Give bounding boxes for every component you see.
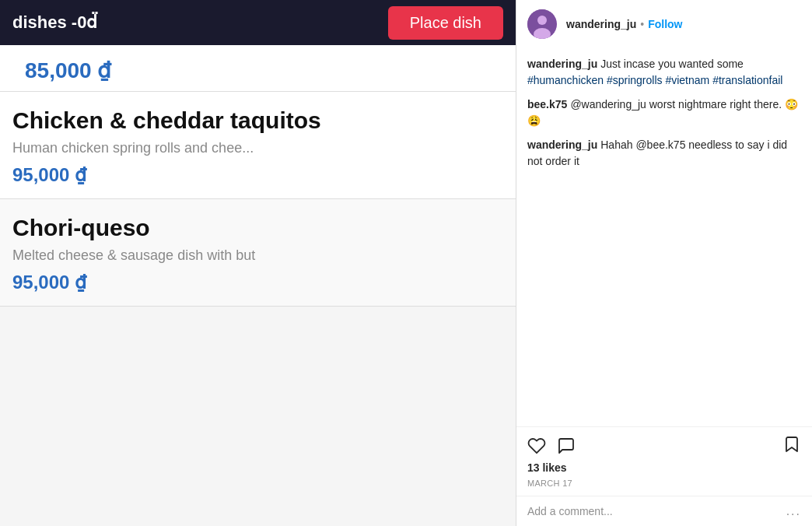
hashtag-humanchicken: #humanchicken	[527, 74, 604, 86]
add-comment-input[interactable]	[527, 505, 786, 517]
more-options-button[interactable]: ...	[786, 504, 801, 518]
ig-likes-count: 13 likes	[516, 461, 812, 474]
app-title: dishes -0d̈	[12, 12, 97, 33]
item-2-price: 95,000 ₫	[12, 272, 503, 293]
comment-2: bee.k75@wandering_ju worst nightmare rig…	[527, 96, 801, 129]
avatar	[527, 9, 557, 39]
ig-separator: •	[640, 18, 644, 30]
like-button[interactable]	[527, 437, 546, 455]
app-header: dishes -0d̈ Place dish	[0, 0, 516, 45]
commenter-1-username[interactable]: wandering_ju	[527, 58, 597, 70]
ig-add-comment-bar: ...	[516, 496, 812, 526]
ig-header: wandering_ju • Follow	[516, 0, 812, 48]
hashtag-springrolls: #springrolls	[607, 74, 663, 86]
commenter-2-username[interactable]: bee.k75	[527, 98, 567, 110]
commenter-3-username[interactable]: wandering_ju	[527, 139, 597, 151]
ig-username: wandering_ju	[566, 18, 636, 30]
item-1-desc: Human chicken spring rolls and chee...	[12, 140, 503, 156]
comment-2-text: @wandering_ju worst nightmare right ther…	[527, 98, 798, 127]
instagram-panel: wandering_ju • Follow wandering_juJust i…	[516, 0, 812, 526]
svg-point-1	[537, 16, 547, 25]
ig-left-actions	[527, 437, 576, 455]
ig-date: MARCH 17	[516, 477, 812, 496]
menu-item-2: Chori-queso Melted cheese & sausage dish…	[0, 199, 516, 306]
bookmark-button[interactable]	[782, 435, 801, 457]
hashtag-vietnam: #vietnam	[665, 74, 709, 86]
menu-item-1: Chicken & cheddar taquitos Human chicken…	[0, 92, 516, 198]
app-panel: dishes -0d̈ Place dish 85,000 ₫ Chicken …	[0, 0, 516, 526]
item-1-name: Chicken & cheddar taquitos	[12, 107, 503, 134]
divider-bottom	[0, 306, 516, 307]
place-dish-button[interactable]: Place dish	[388, 6, 503, 40]
ig-actions-bar	[516, 426, 812, 461]
comment-1: wandering_juJust incase you wanted some …	[527, 56, 801, 89]
comment-3: wandering_juHahah @bee.k75 needless to s…	[527, 137, 801, 170]
item-1-price: 95,000 ₫	[12, 164, 503, 186]
item-2-name: Chori-queso	[12, 215, 503, 241]
ig-comments-section: wandering_juJust incase you wanted some …	[516, 48, 812, 426]
ig-follow-button[interactable]: Follow	[648, 18, 682, 30]
hashtag-translationfail: #translationfail	[712, 74, 782, 86]
comment-button[interactable]	[557, 437, 576, 455]
top-price: 85,000 ₫	[12, 46, 124, 90]
item-2-desc: Melted cheese & sausage dish with but	[12, 247, 503, 264]
